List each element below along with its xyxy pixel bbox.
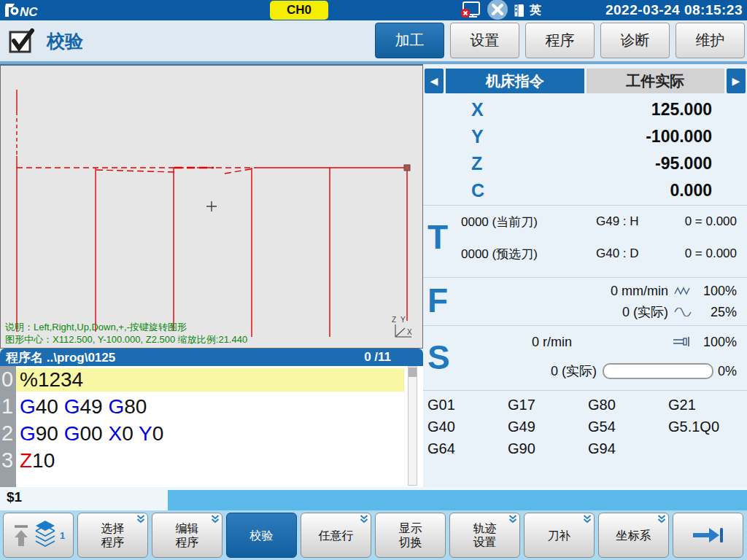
program-line-2[interactable]: 2G90 G00 X0 Y0	[1, 420, 423, 447]
softkey-button-5[interactable]: 轨迹设置	[449, 513, 520, 558]
svg-text:Y: Y	[400, 316, 406, 324]
coord-tab-workpiece-actual[interactable]: 工件实际	[587, 69, 725, 93]
gcode-cell: G49	[508, 419, 588, 440]
menu-layers-icon	[34, 520, 57, 551]
page-header: 校验 加工设置程序诊断维护	[0, 20, 747, 61]
line-number: 2	[1, 420, 16, 447]
program-scrollbar-thumb[interactable]	[409, 368, 417, 377]
softkey-button-0[interactable]: 选择程序	[77, 513, 148, 558]
tool-position-marker	[404, 165, 410, 171]
line-text: G90 G00 X0 Y0	[16, 422, 404, 446]
graphics-note-center: 图形中心：X112.500, Y-100.000, Z2.500 缩放比例:21…	[5, 333, 247, 346]
graphics-note-help: 说明：Left,Right,Up,Down,+,-按键旋转图形	[5, 321, 247, 333]
softkey-button-2[interactable]: 校验	[226, 513, 297, 558]
main-tab-4[interactable]: 维护	[676, 23, 745, 58]
gcode-cell: G80	[588, 397, 668, 419]
svg-text:X: X	[407, 328, 412, 336]
gcode-cell: G40	[427, 419, 508, 440]
svg-text:NC: NC	[20, 5, 38, 19]
softkey-toolbar: 1 选择程序编辑程序校验任意行显示切换轨迹设置刀补坐标系	[0, 510, 747, 560]
toolpath-plot	[1, 66, 421, 347]
program-line-3[interactable]: 3Z10	[1, 447, 423, 474]
chevron-down-icon	[657, 515, 667, 524]
chevron-down-icon	[508, 515, 518, 524]
line-number: 1	[1, 393, 16, 420]
softkey-button-6[interactable]: 刀补	[524, 513, 595, 558]
line-text: G40 G49 G80	[16, 395, 404, 419]
program-title: 程序名 ..\prog\0125	[6, 349, 115, 366]
modal-gcode-grid: G01G17G80G21G40G49G54G5.1Q0G64G90G94	[427, 391, 746, 462]
axis-name: Y	[423, 126, 489, 147]
softkey-button-4[interactable]: 显示切换	[375, 513, 446, 558]
chevron-down-icon	[359, 515, 369, 524]
next-page-arrow-icon	[692, 526, 725, 544]
tool-row-current: 0000 (当前刀) G49 : H 0 = 0.000	[461, 213, 747, 230]
channel-badge: CH0	[270, 1, 328, 20]
gcode-cell: G01	[427, 397, 508, 419]
feed-section: F 0 mm/min 100% 0 (实际) 25%	[423, 278, 747, 325]
gcode-cell: G21	[668, 397, 746, 419]
feed-letter: F	[427, 284, 448, 317]
page-title: 校验	[47, 29, 83, 53]
spindle-letter: S	[427, 341, 450, 374]
main-tab-2[interactable]: 程序	[525, 23, 595, 58]
input-method-icon	[514, 4, 525, 18]
program-line-0[interactable]: 0%1234	[1, 366, 423, 393]
network-error-icon	[460, 1, 481, 20]
main-tab-3[interactable]: 诊断	[600, 23, 670, 58]
machine-state-panel: ◀ 机床指令 工件实际 ▶ X125.000Y-100.000Z-95.000C…	[423, 64, 747, 487]
cnc-screen: NC CH0 英 2022-03-24 08:15:23	[0, 0, 747, 560]
axis-name: X	[423, 99, 489, 120]
coord-prev-arrow[interactable]: ◀	[425, 69, 444, 93]
tool-section: T 0000 (当前刀) G49 : H 0 = 0.000 0000 (预选刀…	[423, 206, 747, 277]
program-scrollbar[interactable]	[408, 366, 417, 486]
hnc-logo: NC	[4, 1, 55, 19]
softkey-button-7[interactable]: 坐标系	[598, 513, 669, 558]
menu-page-indicator: 1	[60, 529, 65, 542]
program-line-1[interactable]: 1G40 G49 G80	[1, 393, 423, 420]
main-tab-1[interactable]: 设置	[450, 23, 519, 58]
gcode-cell	[668, 440, 746, 462]
main-tab-bar: 加工设置程序诊断维护	[375, 23, 745, 58]
axis-value: 0.000	[489, 181, 747, 201]
spindle-load-bar	[603, 363, 713, 379]
gcode-cell: G64	[427, 440, 508, 462]
line-number: 0	[1, 366, 16, 393]
program-header: 程序名 ..\prog\0125 0 /11	[0, 349, 423, 366]
program-line-position: 0 /11	[364, 350, 391, 365]
gcode-cell: G5.1Q0	[668, 419, 746, 440]
tool-letter: T	[427, 220, 448, 254]
coord-tab-machine-command[interactable]: 机床指令	[446, 69, 584, 93]
svg-text:Z: Z	[392, 316, 396, 324]
gcode-cell: G17	[508, 397, 588, 419]
coord-next-arrow[interactable]: ▶	[727, 69, 746, 93]
spindle-override-icon	[673, 337, 692, 347]
chevron-down-icon	[582, 515, 592, 524]
disconnect-icon	[486, 0, 509, 20]
language-indicator[interactable]: 英	[530, 3, 541, 18]
axis-name: C	[423, 180, 489, 201]
gcode-cell: G54	[588, 419, 668, 440]
menu-home-button[interactable]: 1	[3, 513, 74, 558]
gcode-cell: G90	[508, 440, 588, 462]
chevron-down-icon	[136, 515, 146, 524]
status-bar: $1	[0, 487, 747, 510]
axis-value: 125.000	[489, 100, 747, 120]
softkey-button-1[interactable]: 编辑程序	[152, 513, 222, 558]
feed-override-icon	[674, 287, 692, 295]
line-number: 3	[1, 447, 16, 474]
toolpath-graphics-area[interactable]: 说明：Left,Right,Up,Down,+,-按键旋转图形 图形中心：X11…	[0, 64, 423, 349]
graph-center-cross	[206, 201, 217, 211]
top-status-bar: NC CH0 英 2022-03-24 08:15:23	[0, 0, 747, 20]
main-tab-0[interactable]: 加工	[375, 23, 444, 58]
spindle-row-actual: 0 (实际) 0%	[452, 362, 747, 380]
coord-row-x: X125.000	[423, 96, 747, 123]
axis-orientation-icon: Z Y X	[389, 316, 415, 339]
softkey-button-3[interactable]: 任意行	[301, 513, 371, 558]
menu-next-page-button[interactable]	[673, 513, 743, 558]
program-listing[interactable]: 0%12341G40 G49 G802G90 G00 X0 Y03Z10	[0, 366, 423, 487]
axis-value: -100.000	[489, 127, 747, 147]
coord-row-y: Y-100.000	[423, 123, 747, 150]
current-line-text: %1234	[16, 368, 404, 392]
feed-row-command: 0 mm/min 100%	[452, 282, 747, 300]
